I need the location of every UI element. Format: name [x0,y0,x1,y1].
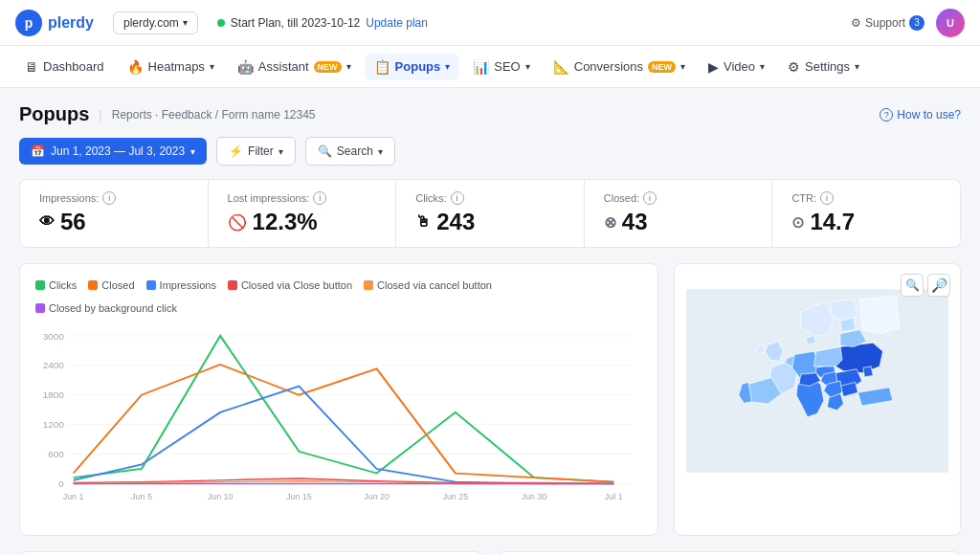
stat-clicks-label: Clicks: i [415,191,565,205]
page-header: Popups | Reports · Feedback / Form name … [19,103,961,125]
filter-button[interactable]: ⚡ Filter ▾ [216,137,296,166]
question-icon: ? [880,108,893,122]
video-icon: ▶ [708,59,719,75]
nav-label-conversions: Conversions [574,59,643,74]
svg-text:600: 600 [48,450,64,460]
plan-status-dot [217,19,225,27]
chart-svg: 3000 2400 1800 1200 600 0 Jun 1 Jun 5 Ju… [35,325,642,517]
search-button[interactable]: 🔍 Search ▾ [305,137,395,166]
svg-text:1200: 1200 [43,420,64,431]
filter-icon: ⚡ [229,144,243,158]
nav-item-seo[interactable]: 📊 SEO ▾ [463,54,539,80]
legend-background-click: Closed by background click [35,302,177,314]
seo-icon: 📊 [473,59,489,75]
date-range-button[interactable]: 📅 Jun 1, 2023 — Jul 3, 2023 ▾ [19,138,207,165]
nav-item-conversions[interactable]: 📐 Conversions NEW ▾ [544,54,695,80]
update-plan-link[interactable]: Update plan [366,16,428,30]
nav-item-popups[interactable]: 📋 Popups ▾ [365,54,460,80]
info-icon[interactable]: i [102,191,116,205]
heatmaps-icon: 🔥 [127,59,144,75]
map-zoom-in-button[interactable]: 🔍 [901,274,924,297]
nav-item-dashboard[interactable]: 🖥 Dashboard [15,54,114,80]
stat-ctr-value: ⊙ 14.7 [791,209,941,235]
domain-label: plerdy.com [123,16,179,30]
nav-label-popups: Popups [395,59,441,74]
nav-item-video[interactable]: ▶ Video ▾ [699,54,774,80]
support-count: 3 [909,15,924,31]
map-svg [686,276,948,486]
svg-text:Jun 1: Jun 1 [63,492,84,501]
legend-label-cancel-button: Closed via cancel button [377,279,492,291]
user-avatar[interactable]: U [936,9,965,37]
nav-item-heatmaps[interactable]: 🔥 Heatmaps ▾ [118,54,224,80]
assistant-icon: 🤖 [237,59,254,75]
filter-label: Filter [248,144,274,158]
legend-closed: Closed [88,279,134,291]
csat-card: Customer Satisfaction (CSAT) i [19,551,482,555]
chart-legend: Clicks Closed Impressions Closed via Clo… [35,279,642,314]
stat-impressions-label: Impressions: i [39,191,189,205]
info-icon[interactable]: i [313,191,326,205]
nav-label-video: Video [724,59,755,74]
stat-lost-impressions-value: 🚫 12.3% [228,209,377,235]
ctr-icon: ⊙ [791,213,804,232]
stats-row: Impressions: i 👁 56 Lost impressions: i … [19,179,961,248]
click-icon: 🖱 [415,213,431,231]
conversions-new-badge: NEW [648,61,676,73]
logo-text: plerdy [48,14,94,32]
legend-label-impressions: Impressions [160,279,216,291]
legend-dot-impressions [146,280,156,290]
stat-ctr-label: CTR: i [791,191,941,205]
info-icon[interactable]: i [820,191,834,205]
info-icon[interactable]: i [451,191,464,205]
chevron-down-icon: ▾ [445,61,450,72]
map-zoom-out-button[interactable]: 🔎 [927,274,950,297]
page-title: Popups [19,103,89,125]
domain-selector[interactable]: plerdy.com ▾ [113,11,198,34]
bottom-grid: Customer Satisfaction (CSAT) i Vote dist… [19,551,961,555]
eye-icon: 👁 [39,213,55,231]
legend-label-closed: Closed [101,279,134,291]
plan-text: Start Plan, till 2023-10-12 [231,16,360,30]
support-button[interactable]: ⚙ Support 3 [851,15,924,31]
popups-icon: 📋 [374,59,390,75]
legend-label-bg-click: Closed by background click [49,302,177,314]
stat-clicks-value: 🖱 243 [415,209,565,235]
svg-text:Jun 5: Jun 5 [131,492,152,501]
map-controls: 🔍 🔎 [901,274,950,297]
page-content: Popups | Reports · Feedback / Form name … [0,88,980,555]
topbar-right: ⚙ Support 3 U [851,9,965,37]
svg-text:Jun 10: Jun 10 [208,492,234,501]
stat-lost-impressions-label: Lost impressions: i [228,191,377,205]
svg-text:Jun 25: Jun 25 [442,492,468,501]
legend-cancel-button: Closed via cancel button [364,279,492,291]
how-to-use-link[interactable]: ? How to use? [880,108,961,122]
stat-lost-impressions: Lost impressions: i 🚫 12.3% [209,180,397,247]
dashboard-icon: 🖥 [25,59,38,75]
info-icon[interactable]: i [643,191,657,205]
close-icon: ⊗ [604,213,616,232]
conversions-icon: 📐 [553,59,569,75]
toolbar: 📅 Jun 1, 2023 — Jul 3, 2023 ▾ ⚡ Filter ▾… [19,137,961,166]
nav-item-settings[interactable]: ⚙ Settings ▾ [778,54,869,80]
nav-item-assistant[interactable]: 🤖 Assistant NEW ▾ [228,54,361,80]
legend-dot-closed [88,280,98,290]
main-grid: Clicks Closed Impressions Closed via Clo… [19,263,961,536]
assistant-new-badge: NEW [314,61,342,73]
navbar: 🖥 Dashboard 🔥 Heatmaps ▾ 🤖 Assistant NEW… [0,46,980,88]
nav-label-seo: SEO [494,59,520,74]
search-label: Search [337,144,373,158]
stat-ctr: CTR: i ⊙ 14.7 [772,180,960,247]
chevron-down-icon: ▾ [760,61,765,72]
legend-impressions: Impressions [146,279,216,291]
nav-label-settings: Settings [805,59,850,74]
chevron-down-icon: ▾ [525,61,530,72]
svg-text:2400: 2400 [43,361,64,371]
stat-clicks: Clicks: i 🖱 243 [396,180,585,247]
nav-label-dashboard: Dashboard [43,59,104,74]
chevron-down-icon: ▾ [680,61,685,72]
logo: p plerdy [15,10,94,36]
svg-text:Jul 1: Jul 1 [605,492,623,501]
chevron-down-icon: ▾ [183,17,188,28]
svg-text:Jun 30: Jun 30 [522,492,547,501]
